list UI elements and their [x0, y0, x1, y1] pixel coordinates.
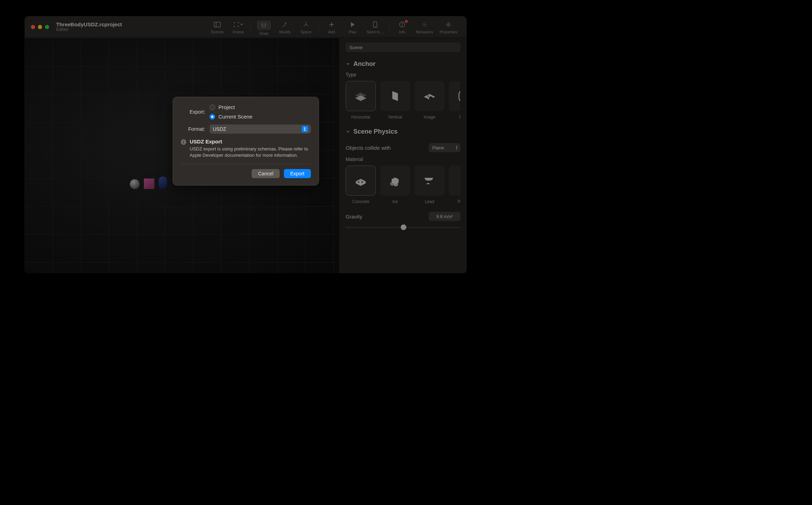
cancel-button[interactable]: Cancel: [252, 169, 280, 178]
export-button[interactable]: Export: [284, 169, 311, 178]
modal-divider: [181, 164, 311, 164]
updown-icon: ▲▼: [302, 126, 308, 132]
app-window: ThreeBodyUSDZ.rcproject Edited Scenes Fr…: [25, 16, 467, 273]
radio-icon: [209, 105, 215, 110]
format-value: USDZ: [213, 126, 226, 132]
export-radio-current-label: Current Scene: [219, 114, 253, 120]
export-dialog: Export: Project Current Scene Format: US…: [173, 97, 319, 186]
format-label: Format:: [181, 126, 205, 132]
export-info-title: USDZ Export: [190, 139, 311, 144]
radio-icon: [209, 114, 215, 120]
export-label: Export:: [181, 109, 205, 115]
export-radio-current-scene[interactable]: Current Scene: [209, 114, 253, 120]
format-combobox[interactable]: USDZ ▲▼: [209, 124, 311, 134]
info-icon: i: [181, 139, 186, 145]
export-info-body: USDZ export is using preliminary schemas…: [190, 146, 311, 158]
modal-overlay: Export: Project Current Scene Format: US…: [25, 16, 467, 273]
export-radio-project-label: Project: [219, 104, 235, 110]
export-radio-project[interactable]: Project: [209, 104, 253, 110]
